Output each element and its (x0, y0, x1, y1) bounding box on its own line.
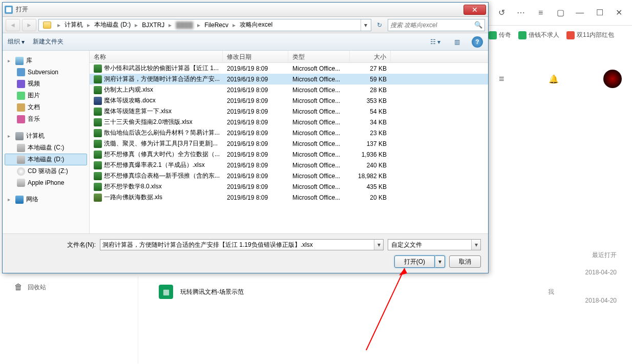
bookmark-item[interactable]: 传奇 (489, 31, 511, 39)
file-row[interactable]: 散仙地仙后该怎么刷仙丹材料？简易计算...2019/6/19 8:09Micro… (90, 127, 488, 138)
file-icon (94, 183, 102, 191)
file-row[interactable]: 仿制太上内观.xlsx2019/6/19 8:09Microsoft Offic… (90, 84, 488, 95)
hamburger-icon[interactable]: ≡ (499, 74, 504, 84)
file-type: Microsoft Office... (288, 96, 350, 105)
tree-network[interactable]: ▸网络 (5, 194, 87, 205)
col-type[interactable]: 类型 (288, 51, 350, 62)
chevron-down-icon[interactable]: ▾ (471, 240, 480, 250)
file-row[interactable]: 带小怪和武器比较的偷图计算器【近江 1...2019/6/19 8:09Micr… (90, 63, 488, 74)
breadcrumb-item[interactable]: ████ (173, 19, 196, 31)
file-icon (94, 118, 102, 126)
sidebar-item-trash[interactable]: 🗑 回收站 (0, 276, 138, 298)
file-name: 想不想修真（修真大时代）全方位数据（... (104, 150, 220, 159)
file-list-body[interactable]: 带小怪和武器比较的偷图计算器【近江 1...2019/6/19 8:09Micr… (90, 63, 488, 233)
col-name[interactable]: 名称 (90, 51, 223, 62)
filename-combo[interactable]: ▾ (100, 239, 384, 250)
doc-list-row[interactable]: ▦ 玩转腾讯文档-场景示范 我 (143, 276, 494, 307)
tree-item[interactable]: 本地磁盘 (C:) (5, 142, 87, 154)
col-date[interactable]: 修改日期 (223, 51, 288, 62)
file-row[interactable]: 魔体等级攻略.docx2019/6/19 8:09Microsoft Offic… (90, 95, 488, 106)
browser-menu-icon[interactable]: ≡ (533, 5, 549, 21)
browser-more-icon[interactable]: ⋯ (513, 5, 529, 21)
tree-libraries[interactable]: ▸库 (5, 55, 87, 67)
file-icon (94, 108, 102, 116)
help-button[interactable]: ? (472, 36, 483, 48)
file-list: 名称 修改日期 类型 大小 带小怪和武器比较的偷图计算器【近江 1...2019… (90, 51, 488, 233)
file-row[interactable]: 洞府计算器，方便随时计算合适的生产安...2019/6/19 8:09Micro… (90, 74, 488, 84)
search-box[interactable]: 🔍 (388, 19, 485, 31)
organize-menu[interactable]: 组织 ▾ (8, 37, 25, 46)
browser-ext-icon[interactable]: ▢ (553, 5, 568, 21)
open-split-button[interactable]: ▾ (435, 255, 445, 268)
tree-item[interactable]: CD 驱动器 (Z:) (5, 165, 87, 177)
favicon (489, 31, 497, 39)
breadcrumb[interactable]: ▸计算机▸本地磁盘 (D:)▸BJXTRJ▸████▸FileRecv▸攻略向e… (38, 19, 371, 31)
file-date: 2019/6/19 8:09 (223, 64, 288, 73)
chevron-down-icon[interactable]: ▾ (374, 240, 383, 250)
tree-computer[interactable]: ▸计算机 (5, 130, 87, 142)
file-row[interactable]: 洗髓、聚灵、修为计算工具[3月7日更新]...2019/6/19 8:09Mic… (90, 138, 488, 149)
file-icon (94, 161, 102, 169)
file-row[interactable]: 想不想学数学8.0.xlsx2019/6/19 8:09Microsoft Of… (90, 181, 488, 192)
titlebar[interactable]: 打开 ✕ (3, 3, 488, 17)
view-options-button[interactable]: ☷ ▾ (429, 36, 442, 48)
nav-forward-button[interactable]: ► (22, 19, 36, 31)
chevron-down-icon[interactable]: ▾ (361, 19, 370, 31)
file-row[interactable]: 想不想修真（修真大时代）全方位数据（...2019/6/19 8:09Micro… (90, 149, 488, 160)
bookmark-label: 双11内部红包 (577, 31, 614, 39)
breadcrumb-item[interactable]: 本地磁盘 (D:) (91, 19, 134, 31)
file-type: Microsoft Office... (288, 139, 350, 148)
tree-item[interactable]: 文档 (5, 101, 87, 113)
file-size: 20 KB (350, 193, 391, 202)
browser-minimize-icon[interactable]: — (572, 5, 587, 21)
nav-tree[interactable]: ▸库 Subversion 视频 图片 文档 音乐 ▸计算机 本地磁盘 (C:)… (3, 51, 90, 233)
file-icon (94, 172, 102, 180)
cancel-button[interactable]: 取消 (449, 255, 481, 268)
file-date: 2019/6/19 8:09 (223, 193, 288, 202)
nav-back-button[interactable]: ◄ (6, 19, 20, 31)
preview-pane-button[interactable]: ▥ (450, 36, 464, 48)
open-button[interactable]: 打开(O) (394, 255, 435, 268)
tree-item[interactable]: 视频 (5, 78, 87, 90)
file-name: 想不想修真综合表格—新手强推（含的东... (104, 172, 220, 180)
tree-item-selected[interactable]: 本地磁盘 (D:) (5, 154, 87, 165)
file-row[interactable]: 一路向佛妖海数据.xls2019/6/19 8:09Microsoft Offi… (90, 192, 488, 203)
file-row[interactable]: 想不想修真综合表格—新手强推（含的东...2019/6/19 8:09Micro… (90, 170, 488, 181)
sidebar-label: 回收站 (28, 283, 46, 292)
tree-item[interactable]: 音乐 (5, 113, 87, 125)
tree-item[interactable]: 图片 (5, 90, 87, 101)
browser-back-icon[interactable]: ↺ (494, 5, 509, 21)
tree-item[interactable]: Apple iPhone (5, 177, 87, 188)
new-folder-button[interactable]: 新建文件夹 (33, 37, 64, 46)
recent-label[interactable]: 最近打开 (592, 251, 617, 260)
column-headers[interactable]: 名称 修改日期 类型 大小 (90, 51, 488, 63)
col-size[interactable]: 大小 (350, 51, 391, 62)
file-row[interactable]: 魔体等级随意算一下.xlsx2019/6/19 8:09Microsoft Of… (90, 106, 488, 117)
tree-item[interactable]: Subversion (5, 67, 87, 78)
favicon (518, 31, 526, 39)
breadcrumb-item[interactable]: FileRecv (201, 19, 231, 31)
file-size: 28 KB (350, 85, 391, 95)
filter-value: 自定义文件 (388, 241, 471, 249)
bookmark-item[interactable]: 双11内部红包 (566, 31, 614, 39)
browser-maximize-icon[interactable]: ☐ (592, 5, 607, 21)
folder-icon (43, 22, 51, 29)
file-row[interactable]: 三十三天偷天指南2.0增强版.xlsx2019/6/19 8:09Microso… (90, 117, 488, 127)
file-size: 353 KB (350, 96, 391, 105)
file-row[interactable]: 想不想修真爆率表2.1（半成品）.xlsx2019/6/19 8:09Micro… (90, 160, 488, 170)
file-size: 137 KB (350, 139, 391, 148)
breadcrumb-item[interactable]: 计算机 (61, 19, 86, 31)
filter-combo[interactable]: 自定义文件 ▾ (388, 239, 481, 250)
bell-icon[interactable]: 🔔 (549, 74, 559, 84)
nav-bar: ◄ ► ▸计算机▸本地磁盘 (D:)▸BJXTRJ▸████▸FileRecv▸… (3, 17, 488, 33)
search-icon[interactable]: 🔍 (474, 21, 482, 29)
search-input[interactable] (390, 22, 474, 29)
breadcrumb-item[interactable]: 攻略向excel (237, 19, 276, 31)
filename-input[interactable] (100, 241, 374, 248)
avatar[interactable] (603, 70, 622, 88)
breadcrumb-item[interactable]: BJXTRJ (139, 19, 167, 31)
close-button[interactable]: ✕ (464, 5, 486, 15)
refresh-button[interactable]: ↻ (373, 19, 386, 31)
browser-close-icon[interactable]: ✕ (612, 5, 627, 21)
bookmark-item[interactable]: 借钱不求人 (518, 31, 559, 39)
